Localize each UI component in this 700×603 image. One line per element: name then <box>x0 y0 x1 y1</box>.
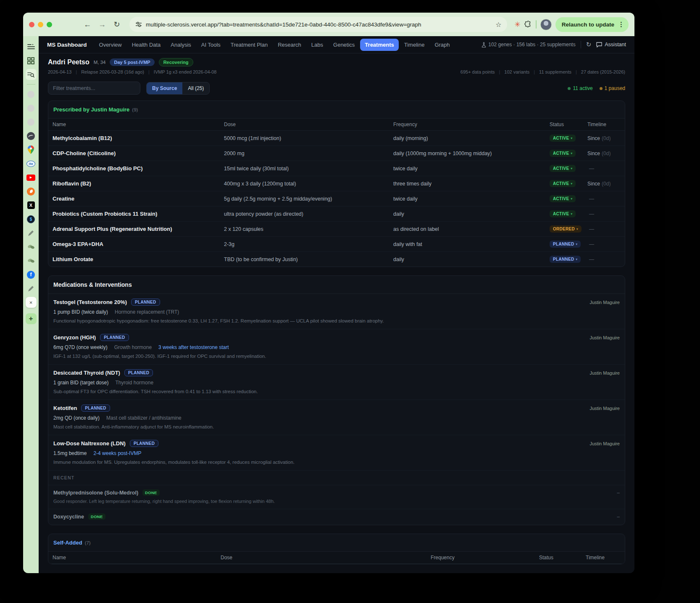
status-badge[interactable]: ACTIVE▾ <box>550 150 576 157</box>
sidebar-toggle-icon[interactable] <box>26 41 37 52</box>
medication-item[interactable]: Ketotifen PLANNED Justin Maguire 2mg QD … <box>48 400 625 435</box>
extension-starburst-icon[interactable]: ✳ <box>514 20 520 29</box>
self-added-count: (7) <box>85 540 91 545</box>
chevron-down-icon: ▾ <box>571 182 572 185</box>
x-twitter-tab-icon[interactable]: X <box>26 200 37 211</box>
extensions-puzzle-icon[interactable] <box>524 21 532 28</box>
nav-tab-treatment-plan[interactable]: Treatment Plan <box>226 39 272 51</box>
search-list-icon[interactable] <box>26 69 37 80</box>
address-bar[interactable]: multiple-sclerosis.vercel.app/?tab=treat… <box>129 17 507 32</box>
nav-tab-overview[interactable]: Overview <box>95 39 126 51</box>
grid-dashboard-icon[interactable] <box>26 55 37 66</box>
tab-placeholder-icon[interactable] <box>26 116 37 127</box>
new-tab-button[interactable]: + <box>26 313 37 324</box>
coin-tab-icon[interactable]: $ <box>26 214 37 225</box>
status-badge[interactable]: PLANNED▾ <box>550 241 581 248</box>
medication-item[interactable]: Low-Dose Naltrexone (LDN) PLANNED Justin… <box>48 435 625 471</box>
by-source-toggle[interactable]: By Source <box>147 82 182 94</box>
patient-header: Andri Peetso M, 34 Day 5 post-IVMP Recov… <box>39 53 634 78</box>
money-plant-tab-icon[interactable] <box>26 255 37 266</box>
relaunch-button[interactable]: Relaunch to update ⋮ <box>555 17 629 32</box>
facebook-tab-icon[interactable]: f <box>26 269 37 280</box>
window-zoom-button[interactable] <box>47 22 52 27</box>
refresh-icon[interactable]: ↻ <box>586 41 592 48</box>
forward-button[interactable]: → <box>97 20 108 29</box>
patient-sex-age: M, 34 <box>94 60 106 65</box>
pen-tab-icon[interactable] <box>26 283 37 294</box>
prescriber-name: Justin Maguire <box>589 335 620 340</box>
recent-medication-item[interactable]: Methylprednisolone (Solu-Medrol) DONE – … <box>48 485 625 509</box>
table-row[interactable]: Probiotics (Custom Probiotics 11 Strain)… <box>48 206 625 222</box>
all-toggle[interactable]: All (25) <box>182 82 209 94</box>
nav-tab-treatments[interactable]: Treatments <box>360 39 398 51</box>
recent-medication-item[interactable]: Doxycycline DONE – <box>48 509 625 525</box>
assistant-button[interactable]: Assistant <box>596 42 626 48</box>
window-minimize-button[interactable] <box>38 22 43 27</box>
table-row[interactable]: Riboflavin (B2) 400mg x 3 daily (1200mg … <box>48 176 625 191</box>
table-header: NameDose FrequencyStatus Timeline <box>48 119 625 131</box>
table-row[interactable]: Creatine 5g daily (2.5g morning + 2.5g m… <box>48 191 625 206</box>
current-date: 2026-04-13 <box>48 69 71 74</box>
url-text: multiple-sclerosis.vercel.app/?tab=treat… <box>146 21 492 28</box>
table-row[interactable]: Lithium Orotate TBD (to be confirmed by … <box>48 252 625 267</box>
status-badge[interactable]: ACTIVE▾ <box>550 180 576 187</box>
medication-item[interactable]: Genryzon (HGH) PLANNED Justin Maguire 6m… <box>48 329 625 365</box>
nav-tab-research[interactable]: Research <box>273 39 306 51</box>
profile-avatar[interactable] <box>540 19 552 30</box>
table-row[interactable]: Omega-3 EPA+DHA 2-3g daily with fat PLAN… <box>48 237 625 252</box>
nav-divider <box>581 41 581 48</box>
nav-tab-health-data[interactable]: Health Data <box>127 39 166 51</box>
nav-tab-ai-tools[interactable]: AI Tools <box>197 39 225 51</box>
timing-link[interactable]: 2-4 weeks post-IVMP <box>93 450 141 456</box>
table-row[interactable]: CDP-Choline (Citicoline) 2000 mg daily (… <box>48 146 625 161</box>
medication-item[interactable]: Desiccated Thyroid (NDT) PLANNED Justin … <box>48 365 625 400</box>
money-plant-tab-icon[interactable] <box>26 241 37 252</box>
nav-tab-analysis[interactable]: Analysis <box>166 39 195 51</box>
medication-item[interactable]: Testogel (Testosterone 20%) PLANNED Just… <box>48 294 625 329</box>
nav-tab-graph[interactable]: Graph <box>430 39 454 51</box>
google-maps-tab-icon[interactable] <box>26 144 37 155</box>
status-badge[interactable]: PLANNED▾ <box>550 256 581 263</box>
back-button[interactable]: ← <box>82 20 93 29</box>
timing-link[interactable]: 3 weeks after testosterone start <box>158 344 229 350</box>
table-row[interactable]: Phosphatidylcholine (BodyBio PC) 15ml tw… <box>48 161 625 176</box>
status-badge[interactable]: ACTIVE▾ <box>550 195 576 202</box>
window-close-button[interactable] <box>29 22 34 27</box>
browser-toolbar: ← → ↻ multiple-sclerosis.vercel.app/?tab… <box>23 13 634 36</box>
status-badge[interactable]: ACTIVE▾ <box>550 165 576 172</box>
prescriber-name: Justin Maguire <box>589 370 620 376</box>
ita-tab-icon[interactable]: ita <box>26 158 37 169</box>
status-badge[interactable]: ACTIVE▾ <box>550 135 576 142</box>
chevron-down-icon: ▾ <box>576 227 578 231</box>
prescriber-name: Justin Maguire <box>589 300 620 305</box>
active-count: 11 active <box>568 85 592 91</box>
table-row[interactable]: Methylcobalamin (B12) 5000 mcg (1ml inje… <box>48 131 625 146</box>
filter-input[interactable] <box>48 82 140 95</box>
globe-tab-icon[interactable] <box>26 130 37 141</box>
status-badge[interactable]: ACTIVE▾ <box>550 210 576 217</box>
planned-badge: PLANNED <box>130 440 158 447</box>
close-tab-button[interactable]: × <box>26 297 37 308</box>
chevron-down-icon: ▾ <box>571 212 572 216</box>
nav-tab-genetics[interactable]: Genetics <box>329 39 359 51</box>
table-row[interactable]: Adrenal Support Plus (Regenerative Nutri… <box>48 222 625 237</box>
expand-dash: – <box>617 490 620 496</box>
flask-icon <box>482 42 486 48</box>
browser-menu-icon[interactable]: ⋮ <box>618 21 624 28</box>
planned-badge: PLANNED <box>124 369 153 376</box>
nav-tab-labs[interactable]: Labs <box>307 39 328 51</box>
relapse-info: Relapse 2026-03-28 (16d ago) <box>81 69 144 74</box>
patient-stats: 695+ data points| 102 variants| 11 suppl… <box>461 69 625 74</box>
pen-tab-icon[interactable] <box>26 227 37 238</box>
site-info-icon[interactable] <box>135 21 142 28</box>
medications-title: Medications & Interventions <box>53 281 132 288</box>
bookmark-star-icon[interactable]: ☆ <box>495 21 501 29</box>
crunchyroll-tab-icon[interactable] <box>26 186 37 197</box>
status-badge[interactable]: ORDERED▾ <box>550 225 582 233</box>
reload-button[interactable]: ↻ <box>111 20 122 29</box>
tab-placeholder-icon[interactable] <box>26 89 37 100</box>
youtube-tab-icon[interactable]: ▶ <box>26 172 37 183</box>
tab-placeholder-icon[interactable] <box>26 103 37 114</box>
nav-tab-timeline[interactable]: Timeline <box>400 39 429 51</box>
ms-dashboard-page: MS Dashboard Overview Health Data Analys… <box>39 36 634 573</box>
